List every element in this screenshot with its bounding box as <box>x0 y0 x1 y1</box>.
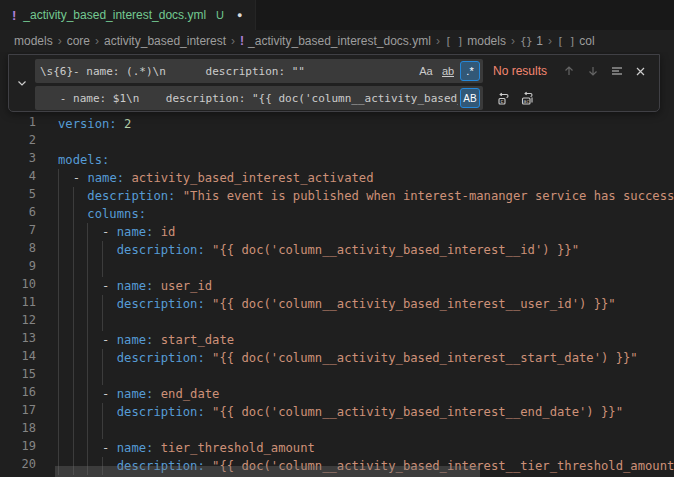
editor-line: 6 columns: <box>0 205 674 223</box>
dirty-indicator-icon[interactable]: ● <box>237 10 242 20</box>
code-line[interactable] <box>58 259 674 277</box>
breadcrumb-item--activity-based-interest-docs-yml[interactable]: !_activity_based_interest_docs.yml <box>240 34 431 48</box>
indent-guide <box>102 241 103 277</box>
code-line[interactable]: - name: start_date <box>58 331 674 349</box>
breadcrumb-label: col <box>579 34 594 48</box>
horizontal-scrollbar[interactable] <box>55 466 480 477</box>
breadcrumb-item-models[interactable]: models <box>14 34 53 48</box>
next-match-button[interactable] <box>582 61 603 82</box>
breadcrumb-separator-icon: › <box>231 34 235 48</box>
line-number: 13 <box>0 331 36 349</box>
code-line[interactable]: models: <box>58 151 674 169</box>
breadcrumb-separator-icon: › <box>436 34 440 48</box>
editor-line: 13 - name: start_date <box>0 331 674 349</box>
code-line[interactable]: description: "{{ doc('column__activity_b… <box>58 241 674 259</box>
find-row: \s{6}- name: (.*)\n description: "" Aa a… <box>35 59 651 83</box>
match-case-button[interactable]: Aa <box>416 61 436 81</box>
line-number: 18 <box>0 421 36 439</box>
toggle-replace-button[interactable] <box>9 55 35 111</box>
code-line[interactable]: - name: end_date <box>58 385 674 403</box>
breadcrumb-item-activity-based-interest[interactable]: activity_based_interest <box>104 34 226 48</box>
line-number: 6 <box>0 205 36 223</box>
breadcrumb-label: models <box>467 34 506 48</box>
breadcrumb-item-core[interactable]: core <box>67 34 90 48</box>
whole-word-button[interactable]: ab <box>438 61 458 81</box>
indent-guide <box>87 223 88 475</box>
breadcrumb-separator-icon: › <box>511 34 515 48</box>
code-line[interactable]: columns: <box>58 205 674 223</box>
line-number: 2 <box>0 133 36 151</box>
editor-line: 10 - name: user_id <box>0 277 674 295</box>
arrow-up-icon <box>562 64 576 78</box>
regex-button[interactable]: .* <box>460 61 480 81</box>
indent-guide <box>102 349 103 385</box>
line-number: 8 <box>0 241 36 259</box>
svg-text:c: c <box>500 98 503 104</box>
find-query-text[interactable]: \s{6}- name: (.*)\n description: "" <box>40 65 414 78</box>
find-replace-widget: \s{6}- name: (.*)\n description: "" Aa a… <box>8 54 660 112</box>
code-line[interactable]: description: "{{ doc('column__activity_b… <box>58 403 674 421</box>
code-line[interactable] <box>58 313 674 331</box>
close-find-widget-button[interactable] <box>630 61 651 82</box>
yaml-file-icon: ! <box>12 8 16 23</box>
code-line[interactable]: description: "{{ doc('column__activity_b… <box>58 349 674 367</box>
find-in-selection-button[interactable] <box>606 61 627 82</box>
yaml-file-icon: ! <box>240 34 244 48</box>
breadcrumb-item-models[interactable]: [ ]models <box>445 34 506 48</box>
tab-bar: ! _activity_based_interest_docs.yml U ● <box>0 0 674 30</box>
editor-line: 5 description: "This event is published … <box>0 187 674 205</box>
replace-row: - name: $1\n description: "{{ doc('colum… <box>35 86 651 110</box>
vscode-window: ! _activity_based_interest_docs.yml U ● … <box>0 0 674 477</box>
line-number: 9 <box>0 259 36 277</box>
previous-match-button[interactable] <box>558 61 579 82</box>
indent-guide <box>58 169 59 475</box>
replace-all-icon: ac <box>520 91 535 106</box>
editor-line: 3models: <box>0 151 674 169</box>
code-line[interactable]: description: "This event is published wh… <box>58 187 674 205</box>
arrow-down-icon <box>586 64 600 78</box>
line-number: 10 <box>0 277 36 295</box>
line-number: 15 <box>0 367 36 385</box>
close-icon <box>634 65 647 78</box>
code-line[interactable] <box>58 421 674 439</box>
chevron-down-icon <box>16 77 28 89</box>
replace-all-button[interactable]: ac <box>517 88 538 109</box>
editor-line: 16 - name: end_date <box>0 385 674 403</box>
line-number: 5 <box>0 187 36 205</box>
indent-guide <box>73 187 74 475</box>
preserve-case-button[interactable]: AB <box>460 88 480 108</box>
find-input[interactable]: \s{6}- name: (.*)\n description: "" Aa a… <box>35 59 483 83</box>
line-number: 3 <box>0 151 36 169</box>
tab-title: _activity_based_interest_docs.yml <box>23 8 206 22</box>
code-line[interactable]: version: 2 <box>58 115 674 133</box>
breadcrumb-item-1[interactable]: {}1 <box>520 34 543 48</box>
code-line[interactable] <box>58 133 674 151</box>
line-number: 20 <box>0 457 36 475</box>
line-number: 7 <box>0 223 36 241</box>
breadcrumb-label: 1 <box>536 34 543 48</box>
line-number: 11 <box>0 295 36 313</box>
breadcrumb-separator-icon: › <box>95 34 99 48</box>
symbol-object-icon: {} <box>520 35 532 48</box>
breadcrumb-label: activity_based_interest <box>104 34 226 48</box>
code-line[interactable]: - name: tier_threshold_amount <box>58 439 674 457</box>
line-number: 14 <box>0 349 36 367</box>
replace-input[interactable]: - name: $1\n description: "{{ doc('colum… <box>35 86 483 110</box>
editor[interactable]: 1version: 223models:4 - name: activity_b… <box>0 52 674 477</box>
code-line[interactable]: description: "{{ doc('column__activity_b… <box>58 295 674 313</box>
editor-line: 2 <box>0 133 674 151</box>
code-line[interactable] <box>58 367 674 385</box>
code-line[interactable]: - name: activity_based_interest_activate… <box>58 169 674 187</box>
replace-button[interactable]: c <box>493 88 514 109</box>
breadcrumb-item-col[interactable]: [ ]col <box>557 34 595 48</box>
line-number: 1 <box>0 115 36 133</box>
code-line[interactable]: - name: id <box>58 223 674 241</box>
symbol-array-icon: [ ] <box>557 35 575 48</box>
breadcrumb-separator-icon: › <box>548 34 552 48</box>
replace-value-text[interactable]: - name: $1\n description: "{{ doc('colum… <box>40 92 458 105</box>
code-line[interactable]: - name: user_id <box>58 277 674 295</box>
git-untracked-badge: U <box>216 9 224 21</box>
breadcrumb: models›core›activity_based_interest›!_ac… <box>0 30 674 52</box>
editor-line: 7 - name: id <box>0 223 674 241</box>
tab-activity-based-interest-docs[interactable]: ! _activity_based_interest_docs.yml U ● <box>0 0 256 30</box>
